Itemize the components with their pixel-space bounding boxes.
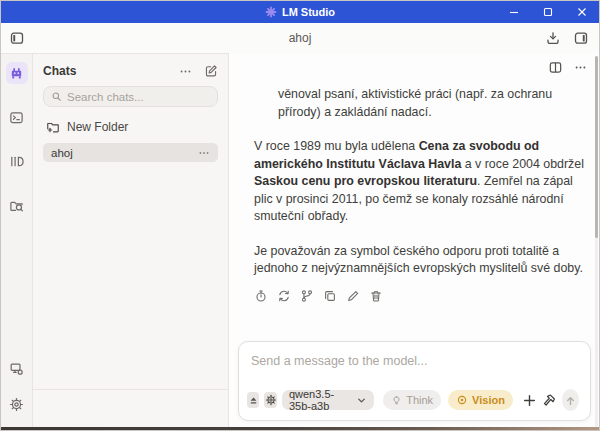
chat-main: věnoval psaní, aktivistické práci (např.… [229, 53, 599, 427]
app-title: LM Studio [265, 6, 335, 18]
regenerate-icon[interactable] [277, 289, 291, 303]
app-body: Chats [1, 53, 599, 427]
tools-button[interactable] [542, 393, 557, 408]
folder-plus-icon [46, 120, 60, 134]
eject-model-button[interactable] [247, 392, 259, 408]
send-button[interactable] [562, 389, 579, 411]
scrollbar[interactable] [595, 56, 598, 427]
chat-menu-ellipsis-icon[interactable] [574, 61, 587, 74]
eye-icon [456, 394, 468, 406]
model-name: qwen3.5-35b-a3b [289, 388, 352, 412]
chat-item-title: ahoj [51, 147, 198, 159]
branch-icon[interactable] [300, 289, 314, 303]
rail-item-models[interactable] [6, 150, 28, 172]
copy-icon[interactable] [323, 289, 337, 303]
chats-menu-ellipsis-icon[interactable] [179, 65, 192, 78]
current-chat-title: ahoj [1, 31, 599, 45]
hammer-tools-icon [542, 393, 557, 408]
sidebar-footer [43, 390, 218, 427]
chat-item-ellipsis-icon[interactable] [198, 147, 210, 159]
search-icon [51, 91, 62, 102]
rail-item-settings[interactable] [6, 393, 28, 415]
new-folder-label: New Folder [67, 120, 128, 134]
scrollbar-thumb[interactable] [595, 56, 598, 238]
message-paragraph: V roce 1989 mu byla udělena Cena za svob… [254, 138, 592, 226]
chats-sidebar: Chats [33, 53, 229, 427]
rail-item-terminal[interactable] [6, 106, 28, 128]
window-bottom-edge [1, 427, 599, 430]
attach-plus-button[interactable] [522, 393, 537, 408]
search-chats-input[interactable] [67, 91, 210, 103]
edit-icon[interactable] [346, 289, 360, 303]
message-actions [254, 289, 592, 303]
gear-icon [265, 394, 277, 406]
maximize-button[interactable] [531, 1, 565, 23]
vision-toggle[interactable]: Vision [448, 390, 513, 410]
rail-item-developer[interactable] [6, 357, 28, 379]
terminal-icon [9, 110, 24, 125]
rail-item-discover[interactable] [6, 194, 28, 216]
assistant-message: věnoval psaní, aktivistické práci (např.… [254, 86, 592, 303]
window-controls [497, 1, 599, 23]
delete-icon[interactable] [369, 289, 383, 303]
eject-icon [248, 395, 259, 406]
sidebar-title: Chats [43, 64, 167, 78]
timer-icon[interactable] [254, 289, 268, 303]
sidebar-left-toggle-icon[interactable] [9, 30, 25, 46]
message-paragraphs: věnoval psaní, aktivistické práci (např.… [254, 86, 592, 278]
composer: qwen3.5-35b-a3b Think [238, 341, 591, 421]
models-icon [9, 154, 24, 169]
send-arrow-icon [564, 394, 577, 407]
chevron-down-icon [356, 395, 367, 406]
model-settings-button[interactable] [264, 392, 276, 408]
message-paragraph: Je považován za symbol českého odporu pr… [254, 243, 592, 278]
discover-icon [9, 198, 24, 213]
model-selector[interactable]: qwen3.5-35b-a3b [282, 390, 374, 410]
developer-icon [9, 361, 24, 376]
chat-list-item-ahoj[interactable]: ahoj [43, 143, 218, 162]
think-toggle[interactable]: Think [383, 390, 441, 410]
plus-icon [522, 393, 537, 408]
titlebar: LM Studio [1, 1, 599, 23]
settings-gear-icon [9, 397, 24, 412]
chat-icon [9, 66, 24, 81]
right-panel-toggle-icon[interactable] [573, 30, 589, 46]
message-paragraph: věnoval psaní, aktivistické práci (např.… [254, 86, 592, 121]
vision-label: Vision [472, 394, 505, 406]
lightbulb-icon [391, 395, 402, 406]
columns-icon[interactable] [548, 60, 563, 75]
download-icon[interactable] [545, 30, 561, 46]
toolbar: ahoj [1, 23, 599, 53]
rail-item-chat[interactable] [6, 62, 28, 84]
lm-studio-window: LM Studio ahoj [0, 0, 600, 431]
left-rail [1, 53, 33, 427]
lm-studio-logo-icon [265, 6, 277, 18]
minimize-button[interactable] [497, 1, 531, 23]
app-title-text: LM Studio [282, 6, 335, 18]
search-chats-box [43, 86, 218, 107]
new-chat-icon[interactable] [204, 64, 218, 78]
message-input[interactable] [251, 354, 578, 368]
close-button[interactable] [565, 1, 599, 23]
think-label: Think [406, 394, 433, 406]
new-folder-button[interactable]: New Folder [43, 120, 218, 134]
